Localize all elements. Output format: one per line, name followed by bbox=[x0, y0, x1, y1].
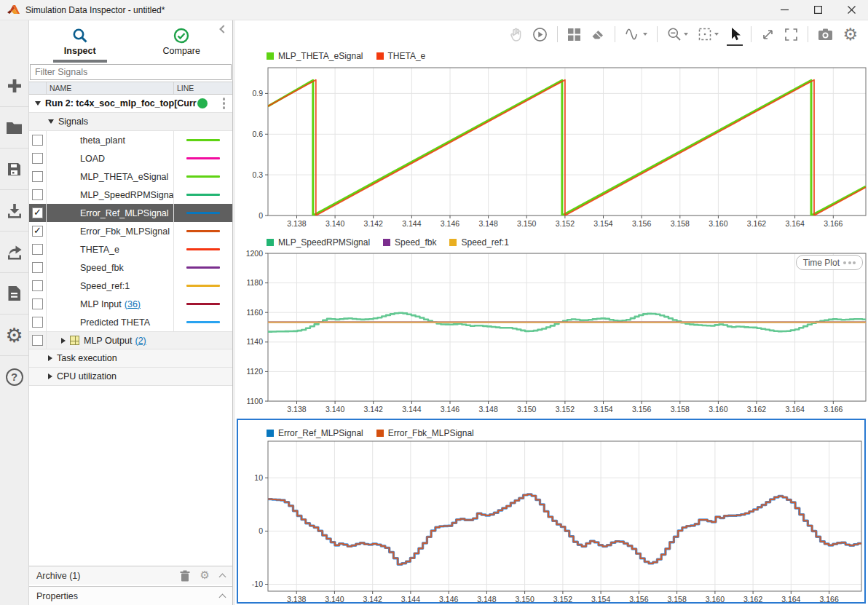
replay-button[interactable] bbox=[532, 27, 548, 42]
signals-group-row[interactable]: Signals bbox=[29, 113, 232, 131]
grid-layout-icon bbox=[567, 28, 581, 41]
signal-row-speed-ref-1[interactable]: Speed_ref:1 bbox=[29, 277, 232, 295]
signal-checkbox[interactable] bbox=[32, 207, 43, 218]
archive-bar[interactable]: Archive (1) ⚙ bbox=[29, 566, 232, 585]
legend-swatch bbox=[267, 52, 274, 60]
add-run-button[interactable] bbox=[0, 66, 28, 107]
report-button[interactable] bbox=[0, 273, 28, 315]
maximize-button[interactable] bbox=[801, 0, 835, 20]
import-button[interactable] bbox=[0, 190, 28, 232]
subplot-layout-button[interactable] bbox=[567, 28, 581, 41]
legend-swatch bbox=[267, 239, 274, 246]
signal-name: Speed_ref:1 bbox=[80, 281, 130, 291]
signal-checkbox[interactable] bbox=[32, 189, 43, 200]
filter-signals-input[interactable] bbox=[30, 64, 232, 80]
signal-row-mlp-speedrpmsigna[interactable]: MLP_SpeedRPMSigna bbox=[29, 186, 232, 204]
properties-bar[interactable]: Properties bbox=[29, 586, 232, 605]
svg-text:3.144: 3.144 bbox=[401, 595, 420, 602]
signal-list: theta_plantLOADMLP_THETA_eSignalMLP_Spee… bbox=[29, 131, 232, 331]
zoom-out-button[interactable] bbox=[667, 27, 688, 41]
snapshot-button[interactable] bbox=[818, 28, 833, 41]
ellipsis-icon[interactable] bbox=[843, 261, 856, 264]
expand-plot-button[interactable] bbox=[761, 28, 775, 41]
trash-icon[interactable] bbox=[180, 570, 190, 582]
signal-checkbox[interactable] bbox=[32, 135, 43, 146]
chevron-down-icon[interactable] bbox=[48, 119, 54, 124]
signal-row-mlp-input[interactable]: MLP Input(36) bbox=[29, 295, 232, 313]
pan-tool-button[interactable] bbox=[509, 27, 523, 41]
archive-gear-icon[interactable]: ⚙ bbox=[200, 570, 210, 581]
save-button[interactable] bbox=[0, 149, 28, 190]
left-toolbar: ⚙ ? bbox=[0, 20, 29, 605]
group-row-cpu-utilization[interactable]: CPU utilization bbox=[29, 368, 232, 386]
signal-checkbox[interactable] bbox=[32, 280, 43, 291]
signal-name: Error_Ref_MLPSignal bbox=[80, 208, 169, 218]
svg-text:3.150: 3.150 bbox=[517, 219, 536, 228]
run-status-dot bbox=[197, 98, 208, 108]
group-row-task-execution[interactable]: Task execution bbox=[29, 349, 232, 368]
speed-plot-canvas[interactable]: 3.1383.1403.1423.1443.1463.1483.1503.152… bbox=[235, 250, 868, 418]
clear-plots-button[interactable] bbox=[591, 27, 605, 41]
pointer-tool-button[interactable] bbox=[728, 27, 741, 41]
legend-swatch bbox=[376, 52, 384, 60]
run-row[interactable]: Run 2: tc4x_soc_mlp_foc_top[Curr bbox=[29, 95, 232, 113]
signal-checkbox[interactable] bbox=[32, 153, 43, 164]
signal-checkbox[interactable] bbox=[32, 226, 43, 237]
help-button[interactable]: ? bbox=[0, 356, 28, 398]
svg-text:3.146: 3.146 bbox=[441, 219, 459, 228]
signal-row-speed-fbk[interactable]: Speed_fbk bbox=[29, 258, 232, 277]
chevron-right-icon[interactable] bbox=[61, 338, 66, 344]
chevron-right-icon[interactable] bbox=[48, 355, 52, 361]
signal-checkbox[interactable] bbox=[32, 317, 43, 328]
signal-name: Error_Fbk_MLPSignal bbox=[80, 226, 170, 237]
signal-row-error-fbk-mlpsignal[interactable]: Error_Fbk_MLPSignal bbox=[29, 222, 232, 240]
svg-text:3.162: 3.162 bbox=[743, 595, 762, 602]
tab-inspect[interactable]: Inspect bbox=[29, 20, 131, 63]
tab-compare[interactable]: Compare bbox=[131, 20, 233, 63]
signal-row-predicted-theta[interactable]: Predicted THETA bbox=[29, 313, 232, 331]
signal-row-mlp-theta-esignal[interactable]: MLP_THETA_eSignal bbox=[29, 167, 232, 186]
signal-checkbox[interactable] bbox=[32, 171, 43, 182]
signal-row-theta-e[interactable]: THETA_e bbox=[29, 240, 232, 258]
time-plot-label: Time Plot bbox=[803, 258, 840, 268]
svg-text:10: 10 bbox=[254, 473, 263, 482]
bus-row-mlp-output[interactable]: MLP Output (2) bbox=[29, 331, 232, 349]
svg-text:1120: 1120 bbox=[246, 367, 263, 376]
fullscreen-button[interactable] bbox=[784, 28, 798, 41]
error-plot-canvas[interactable]: 3.1383.1403.1423.1443.1463.1483.1503.152… bbox=[238, 440, 864, 602]
signal-row-error-ref-mlpsignal[interactable]: Error_Ref_MLPSignal bbox=[29, 204, 232, 222]
plot-settings-button[interactable]: ⚙ bbox=[843, 26, 858, 43]
svg-text:3.144: 3.144 bbox=[402, 405, 421, 414]
signal-row-load[interactable]: LOAD bbox=[29, 149, 232, 167]
run-menu-icon[interactable] bbox=[223, 98, 226, 109]
properties-collapse-icon[interactable] bbox=[219, 593, 226, 601]
mlp-output-checkbox[interactable] bbox=[32, 335, 43, 346]
subplot-theta[interactable]: MLP_THETA_eSignalTHETA_e 3.1383.1403.142… bbox=[235, 48, 868, 233]
fit-to-view-button[interactable] bbox=[698, 27, 719, 41]
chevron-right-icon[interactable] bbox=[48, 373, 52, 379]
export-button[interactable] bbox=[0, 232, 28, 273]
signal-row-theta-plant[interactable]: theta_plant bbox=[29, 131, 232, 149]
open-button[interactable] bbox=[0, 107, 28, 149]
close-button[interactable] bbox=[835, 0, 868, 20]
signal-style-button[interactable] bbox=[625, 28, 647, 41]
archive-collapse-icon[interactable] bbox=[219, 573, 226, 580]
signal-count-link[interactable]: (36) bbox=[125, 299, 141, 309]
preferences-button[interactable]: ⚙ bbox=[0, 315, 28, 356]
signal-checkbox[interactable] bbox=[32, 298, 43, 309]
svg-text:3.138: 3.138 bbox=[287, 219, 306, 228]
subplot-speed[interactable]: MLP_SpeedRPMSignalSpeed_fbkSpeed_ref:1 3… bbox=[235, 234, 868, 418]
svg-text:3.156: 3.156 bbox=[632, 219, 651, 228]
subplot-error-selected[interactable]: Error_Ref_MLPSignalError_Fbk_MLPSignal 3… bbox=[237, 419, 866, 604]
signal-checkbox[interactable] bbox=[32, 262, 43, 273]
fullscreen-brackets-icon bbox=[784, 28, 798, 41]
chevron-down-icon[interactable] bbox=[35, 101, 41, 106]
theta-plot-canvas[interactable]: 3.1383.1403.1423.1443.1463.1483.1503.152… bbox=[235, 64, 868, 233]
signal-checkbox[interactable] bbox=[32, 244, 43, 255]
bus-row-label: MLP Output bbox=[84, 336, 132, 346]
svg-text:3.158: 3.158 bbox=[671, 405, 690, 414]
signal-name: MLP_THETA_eSignal bbox=[80, 172, 168, 182]
bus-count-link[interactable]: (2) bbox=[135, 336, 146, 346]
time-plot-badge[interactable]: Time Plot bbox=[796, 255, 863, 270]
minimize-button[interactable] bbox=[768, 0, 801, 20]
